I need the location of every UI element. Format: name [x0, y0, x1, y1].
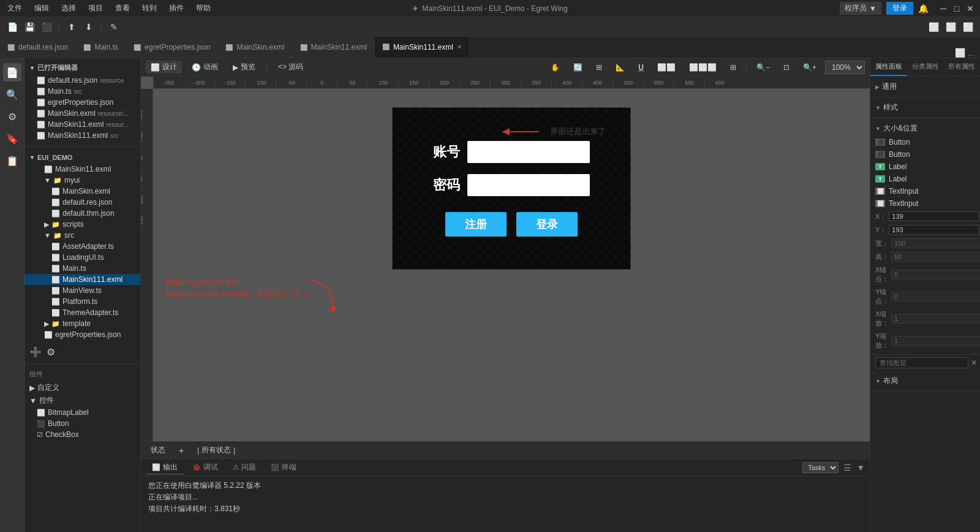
underline-tool[interactable]: U	[633, 62, 649, 73]
minimize-button[interactable]: ─	[938, 4, 948, 13]
design-mode-button[interactable]: ⬜ 设计	[146, 61, 182, 74]
problems-tab[interactable]: ⚠ 问题	[227, 461, 262, 474]
file-item[interactable]: ⬜ default.res.json resource	[24, 75, 140, 86]
all-properties-tab[interactable]: 所有属性	[943, 58, 980, 76]
layout-button-2[interactable]: ⬜	[943, 20, 958, 34]
file-item[interactable]: ⬜ Main.ts src	[24, 86, 140, 97]
style-header[interactable]: ▼ 样式	[870, 100, 980, 115]
file-item[interactable]: ⬜ MainSkin11.exml	[24, 164, 140, 175]
panel-chevron[interactable]: ▼	[856, 463, 865, 473]
password-input[interactable]	[467, 174, 590, 196]
redo-button[interactable]: ⬇	[81, 20, 96, 34]
account-input[interactable]	[467, 141, 590, 163]
new-file-button[interactable]: 📄	[5, 20, 20, 34]
add-state-button[interactable]: +	[175, 444, 187, 457]
rotate-tool[interactable]: 🔄	[568, 62, 587, 73]
eui-demo-header[interactable]: ▼ EUI_DEMO	[24, 151, 140, 164]
yoffset-input[interactable]	[891, 292, 980, 302]
find-layer-input[interactable]	[875, 357, 968, 368]
file-item[interactable]: ⬜ MainSkin.exml	[24, 186, 140, 197]
menu-edit[interactable]: 编辑	[32, 2, 51, 15]
menu-goto[interactable]: 转到	[140, 2, 159, 15]
tab-mainskin111[interactable]: ⬜ MainSkin111.exml ✕	[375, 37, 470, 58]
categorized-tab[interactable]: 分类属性	[907, 58, 944, 76]
save-all-button[interactable]: ⬛	[39, 20, 54, 34]
explorer-icon[interactable]: 📄	[3, 63, 21, 82]
open-editors-header[interactable]: ▼ 已打开编辑器	[24, 61, 140, 75]
file-item[interactable]: ⬜ egretProperties.json	[24, 97, 140, 108]
search-icon[interactable]: 🔍	[3, 85, 21, 104]
grid-tool2[interactable]: ⊞	[725, 62, 741, 73]
xscale-input[interactable]	[891, 314, 980, 324]
more-tabs-icon[interactable]: ...	[968, 48, 975, 58]
layout-tool2[interactable]: ⬜⬜⬜	[684, 62, 722, 73]
file-item[interactable]: ⬜ ThemeAdapter.ts	[24, 307, 140, 318]
tab-egret-props[interactable]: ⬜ egretProperties.json	[126, 37, 218, 58]
yscale-input[interactable]	[891, 336, 980, 346]
layout-button-3[interactable]: ⬜	[960, 20, 975, 34]
size-position-header[interactable]: ▼ 大小&位置	[870, 121, 980, 136]
login-canvas-button[interactable]: 登录	[516, 212, 578, 237]
tab-close-button[interactable]: ✕	[457, 44, 462, 50]
zoom-in-icon[interactable]: 🔍+	[798, 62, 821, 73]
bell-icon[interactable]: 🔔	[918, 4, 929, 13]
file-item[interactable]: ⬜ egretProperties.json	[24, 329, 140, 340]
tab-mainskin[interactable]: ⬜ MainSkin.exml	[218, 37, 292, 58]
folder-item-src[interactable]: ▼ 📁 src	[24, 230, 140, 241]
file-item[interactable]: ⬜ default.res.json	[24, 197, 140, 208]
animation-mode-button[interactable]: 🕒 动画	[187, 61, 223, 74]
debug-tab[interactable]: 🐞 调试	[186, 461, 224, 474]
common-header[interactable]: ▶ 通用	[870, 79, 980, 94]
folder-item-template[interactable]: ▶ 📁 template	[24, 318, 140, 329]
layout-tool1[interactable]: ⬜⬜	[652, 62, 680, 73]
file-item[interactable]: ⬜ MainSkin.exml resource\...	[24, 108, 140, 119]
menu-file[interactable]: 文件	[5, 2, 24, 15]
clipboard-icon[interactable]: 📋	[3, 151, 21, 170]
undo-button[interactable]: ⬆	[64, 20, 79, 34]
file-item[interactable]: ⬜ Platform.ts	[24, 296, 140, 307]
all-states-button[interactable]: | 所有状态 |	[192, 444, 240, 457]
close-button[interactable]: ✕	[965, 4, 975, 13]
find-layer-close[interactable]: ✕	[971, 359, 977, 367]
tasks-icon[interactable]: ☰	[843, 463, 851, 473]
edit-button[interactable]: ✎	[107, 20, 121, 34]
file-item[interactable]: ⬜ MainView.ts	[24, 285, 140, 296]
file-item[interactable]: ⬜ default.thm.json	[24, 208, 140, 219]
tab-default-res[interactable]: ⬜ default.res.json	[0, 37, 76, 58]
x-input[interactable]	[889, 211, 979, 221]
zoom-out-icon[interactable]: 🔍−	[752, 62, 775, 73]
hand-tool[interactable]: ✋	[546, 62, 565, 73]
file-item[interactable]: ⬜ Main.ts	[24, 263, 140, 274]
width-input[interactable]	[891, 238, 980, 248]
controls-section[interactable]: ▼ 控件	[24, 394, 140, 407]
zoom-fit-icon[interactable]: ⊡	[778, 62, 794, 73]
settings-icon[interactable]: ⚙	[3, 107, 21, 126]
menu-plugin[interactable]: 插件	[167, 2, 186, 15]
add-component-icon[interactable]: ➕	[29, 346, 42, 358]
tasks-select[interactable]: Tasks	[802, 462, 839, 473]
height-input[interactable]	[891, 252, 980, 262]
layout-header[interactable]: ▼ 布局	[870, 373, 980, 389]
bookmark-icon[interactable]: 🔖	[3, 129, 21, 148]
save-button[interactable]: 💾	[22, 20, 37, 34]
settings-icon[interactable]: ⚙	[47, 346, 55, 358]
register-button[interactable]: 注册	[445, 212, 507, 237]
file-item[interactable]: ⬜ MainSkin111.exml src	[24, 130, 140, 141]
maximize-button[interactable]: □	[952, 4, 962, 13]
output-tab[interactable]: ⬜ 输出	[146, 461, 184, 474]
properties-tab[interactable]: 属性面板	[870, 58, 907, 76]
control-item-checkbox[interactable]: ☑ CheckBox	[24, 429, 140, 440]
login-button[interactable]: 登录	[886, 2, 913, 15]
file-item-active[interactable]: ⬜ MainSkin111.exml	[24, 274, 140, 285]
split-editor-icon[interactable]: ⬜	[955, 48, 965, 58]
menu-view[interactable]: 查看	[113, 2, 132, 15]
preview-mode-button[interactable]: ▶ 预览	[228, 61, 260, 74]
file-item[interactable]: ⬜ AssetAdapter.ts	[24, 241, 140, 252]
control-item-bitmaplabel[interactable]: ⬜ BitmapLabel	[24, 407, 140, 418]
folder-item-scripts[interactable]: ▶ 📁 scripts	[24, 219, 140, 230]
user-button[interactable]: 程序员 ▼	[840, 2, 881, 15]
folder-item-myui[interactable]: ▼ 📁 myui	[24, 175, 140, 186]
zoom-select[interactable]: 100%	[825, 61, 865, 74]
grid-tool[interactable]: ⊞	[591, 62, 607, 73]
file-item[interactable]: ⬜ MainSkin11.exml resour...	[24, 119, 140, 130]
